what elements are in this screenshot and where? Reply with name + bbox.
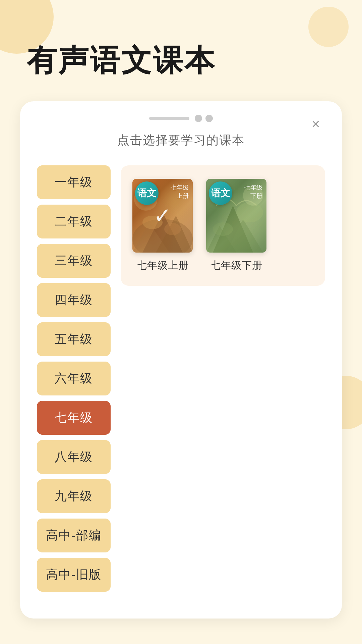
book-item-book2[interactable]: 语文七年级 下册七年级下册	[204, 179, 268, 272]
grade-item-grade-high1[interactable]: 高中-部编	[37, 519, 111, 552]
book-cover-book1: 语文七年级 上册✓	[132, 179, 193, 253]
book-title-book2: 七年级下册	[210, 259, 262, 272]
grade-item-grade3[interactable]: 三年级	[37, 244, 111, 278]
grade-item-grade1[interactable]: 一年级	[37, 165, 111, 199]
book-badge-book2: 语文	[209, 181, 232, 205]
page-title: 有声语文课本	[0, 0, 362, 101]
grade-item-grade8[interactable]: 八年级	[37, 440, 111, 474]
dot-row	[195, 115, 213, 122]
grade-item-grade9[interactable]: 九年级	[37, 479, 111, 513]
grade-item-grade7[interactable]: 七年级	[37, 401, 111, 435]
dot-1	[195, 115, 202, 122]
content-area: 一年级二年级三年级四年级五年级六年级七年级八年级九年级高中-部编高中-旧版 语文…	[37, 165, 325, 592]
grade-item-grade-high2[interactable]: 高中-旧版	[37, 558, 111, 592]
grade-item-grade6[interactable]: 六年级	[37, 362, 111, 395]
book-panel: 语文七年级 上册✓七年级上册 语文七年级 下册七年级下册	[121, 165, 325, 286]
close-button[interactable]: ×	[306, 115, 325, 133]
grade-item-grade2[interactable]: 二年级	[37, 205, 111, 238]
modal-subtitle: 点击选择要学习的课本	[37, 132, 325, 149]
svg-point-12	[236, 202, 263, 222]
book-grade-label-book2: 七年级 下册	[244, 183, 262, 200]
book-item-book1[interactable]: 语文七年级 上册✓七年级上册	[131, 179, 194, 272]
grade-item-grade4[interactable]: 四年级	[37, 283, 111, 317]
book-checkmark-book1: ✓	[154, 203, 172, 228]
dot-2	[205, 115, 213, 122]
svg-point-13	[213, 222, 233, 236]
drag-handle	[149, 117, 189, 120]
book-grade-label-book1: 七年级 上册	[171, 183, 189, 200]
drag-handle-row	[37, 115, 325, 122]
grade-item-grade5[interactable]: 五年级	[37, 322, 111, 356]
modal-card: × 点击选择要学习的课本 一年级二年级三年级四年级五年级六年级七年级八年级九年级…	[20, 101, 342, 619]
grade-list: 一年级二年级三年级四年级五年级六年级七年级八年级九年级高中-部编高中-旧版	[37, 165, 111, 592]
book-badge-book1: 语文	[135, 181, 159, 205]
book-cover-book2: 语文七年级 下册	[206, 179, 266, 253]
book-title-book1: 七年级上册	[137, 259, 189, 272]
